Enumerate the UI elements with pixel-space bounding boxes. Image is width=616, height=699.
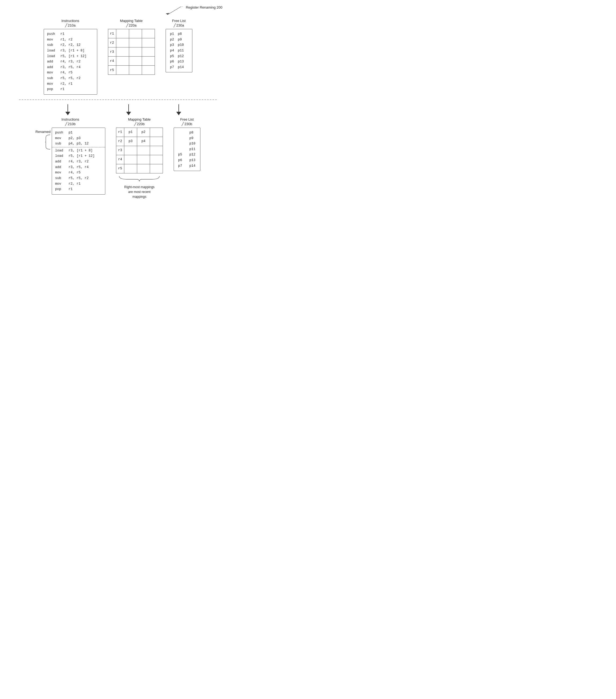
list-item: p2p9 bbox=[170, 37, 188, 43]
instr-row-b7: movr4, r5 bbox=[55, 170, 102, 175]
free-list-number-a: ╱230a bbox=[174, 23, 184, 27]
free-list-number-b: ╱230b bbox=[182, 122, 192, 126]
rr-arrow-svg bbox=[159, 5, 184, 16]
down-arrow-instructions bbox=[41, 104, 95, 115]
down-arrows-row bbox=[8, 104, 228, 115]
mapping-table-b: r1 p1p2 r2 p3p4 r3 r4 r5 bbox=[116, 128, 163, 173]
instr-row-3: loadr3, [r1 + 8] bbox=[47, 48, 94, 54]
instructions-number-b: ╱210b bbox=[65, 122, 76, 126]
free-list-box-a: p1p8 p2p9 p3p10 p4p11 p5p12 p6p13 p7p14 bbox=[165, 29, 192, 72]
down-arrow-freelist bbox=[163, 104, 195, 115]
arrow-head bbox=[176, 112, 181, 115]
instructions-label-a: Instructions bbox=[61, 19, 79, 23]
mapping-col-b: Mapping Table ╱220b r1 p1p2 r2 p3p4 r3 bbox=[116, 117, 163, 199]
arrow-body bbox=[178, 104, 179, 112]
free-list-col-a: Free List ╱230a p1p8 p2p9 p3p10 p4p11 p5… bbox=[165, 19, 192, 72]
down-arrow-mapping bbox=[105, 104, 152, 115]
brace-bottom-svg bbox=[117, 175, 162, 185]
list-item: p4p11 bbox=[170, 48, 188, 54]
table-row: r2 p3p4 bbox=[116, 137, 163, 146]
instructions-col-b: Instructions ╱210b Renamed pushp1 movp2,… bbox=[35, 117, 105, 195]
register-renaming-box: Register Renaming 200 bbox=[159, 5, 223, 16]
table-row: r3 bbox=[108, 48, 155, 56]
register-renaming-label: Register Renaming 200 bbox=[186, 5, 223, 9]
annotation-text: Right-most mappingsare most recentmappin… bbox=[124, 185, 154, 199]
instr-dashed-sep bbox=[52, 147, 105, 147]
instr-row-b5: addr4, r3, r2 bbox=[55, 159, 102, 164]
top-row: Instructions ╱210a pushr1 movr1, r2 subr… bbox=[8, 19, 228, 95]
instr-row-1: movr1, r2 bbox=[47, 37, 94, 43]
bottom-row: Instructions ╱210b Renamed pushp1 movp2,… bbox=[8, 117, 228, 199]
table-row: r1 p1p2 bbox=[116, 128, 163, 137]
arrow-head bbox=[65, 112, 70, 115]
list-item: p7p14 bbox=[178, 163, 196, 169]
instructions-col-a: Instructions ╱210a pushr1 movr1, r2 subr… bbox=[44, 19, 97, 95]
list-item: p9 bbox=[178, 136, 196, 141]
list-item: p7p14 bbox=[170, 65, 188, 70]
instr-row-b2: subp4, p3, 12 bbox=[55, 141, 102, 147]
instr-row-4: loadr5, [r1 + 12] bbox=[47, 54, 94, 59]
mapping-col-a: Mapping Table ╱220a r1 r2 r3 r4 bbox=[108, 19, 155, 75]
table-row: r4 bbox=[108, 56, 155, 66]
renamed-brace-svg bbox=[45, 134, 51, 150]
table-row: r4 bbox=[116, 155, 163, 164]
instructions-number-a: ╱210a bbox=[65, 23, 76, 27]
instructions-label-b: Instructions bbox=[61, 117, 79, 121]
free-list-label-a: Free List bbox=[172, 19, 186, 23]
free-list-label-b: Free List bbox=[180, 117, 194, 121]
mapping-label-a: Mapping Table bbox=[120, 19, 143, 23]
instructions-box-a: pushr1 movr1, r2 subr2, r2, 12 loadr3, [… bbox=[44, 29, 97, 95]
svg-line-0 bbox=[168, 7, 181, 15]
instr-row-b1: movp2, p3 bbox=[55, 136, 102, 141]
instructions-box-b: pushp1 movp2, p3 subp4, p3, 12 loadr3, [… bbox=[52, 128, 105, 195]
instr-row-b9: movr2, r1 bbox=[55, 181, 102, 187]
table-row: r1 bbox=[108, 29, 155, 38]
free-list-box-b: p8 p9 p10 p11 p5p12 p6p13 p7p14 bbox=[174, 128, 200, 171]
instr-row-6: addr3, r5, r4 bbox=[47, 65, 94, 70]
list-item: p3p10 bbox=[170, 42, 188, 48]
instr-row-b3: loadr3, [r1 + 8] bbox=[55, 148, 102, 154]
list-item: p1p8 bbox=[170, 31, 188, 37]
instr-row-b6: addr3, r5, r4 bbox=[55, 164, 102, 170]
table-row: r5 bbox=[108, 66, 155, 75]
arrow-body bbox=[128, 104, 129, 112]
instr-row-2: subr2, r2, 12 bbox=[47, 42, 94, 48]
mapping-number-a: ╱220a bbox=[126, 23, 137, 27]
instr-row-b0: pushp1 bbox=[55, 130, 102, 136]
list-item: p6p13 bbox=[170, 59, 188, 65]
list-item: p8 bbox=[178, 130, 196, 136]
list-item: p5p12 bbox=[170, 54, 188, 59]
instr-row-0: pushr1 bbox=[47, 31, 94, 37]
list-item: p6p13 bbox=[178, 158, 196, 163]
arrow-head bbox=[126, 112, 131, 115]
instr-row-b10: popr1 bbox=[55, 186, 102, 192]
list-item: p11 bbox=[178, 147, 196, 152]
renamed-label-area: Renamed bbox=[35, 128, 50, 150]
instr-row-10: popr1 bbox=[47, 87, 94, 92]
dashed-divider bbox=[19, 100, 217, 100]
table-row: r2 bbox=[108, 38, 155, 48]
instructions-with-renamed: Renamed pushp1 movp2, p3 subp4, p3, 12 l… bbox=[35, 128, 105, 195]
instr-row-b8: subr5, r5, r2 bbox=[55, 175, 102, 181]
list-item: p10 bbox=[178, 141, 196, 147]
instr-row-9: movr2, r1 bbox=[47, 81, 94, 87]
table-row: r5 bbox=[116, 164, 163, 173]
mapping-number-b: ╱220b bbox=[134, 122, 145, 126]
register-renaming-container: Register Renaming 200 bbox=[8, 5, 228, 16]
renamed-text: Renamed bbox=[35, 130, 50, 134]
table-row: r3 bbox=[116, 146, 163, 155]
instr-row-8: subr5, r5, r2 bbox=[47, 76, 94, 81]
instr-row-7: movr4, r5 bbox=[47, 70, 94, 76]
instr-row-b4: loadr5, [r1 + 12] bbox=[55, 153, 102, 159]
arrow-body bbox=[68, 104, 68, 112]
free-list-col-b: Free List ╱230b p8 p9 p10 p11 p5p12 p6p1… bbox=[174, 117, 200, 171]
list-item: p5p12 bbox=[178, 152, 196, 158]
instr-row-5: addr4, r3, r2 bbox=[47, 59, 94, 65]
bottom-annotation: Right-most mappingsare most recentmappin… bbox=[117, 175, 162, 199]
mapping-label-b: Mapping Table bbox=[128, 117, 151, 121]
mapping-table-a: r1 r2 r3 r4 r5 bbox=[108, 29, 155, 75]
main-diagram: Register Renaming 200 Instructions ╱210a… bbox=[8, 5, 228, 199]
